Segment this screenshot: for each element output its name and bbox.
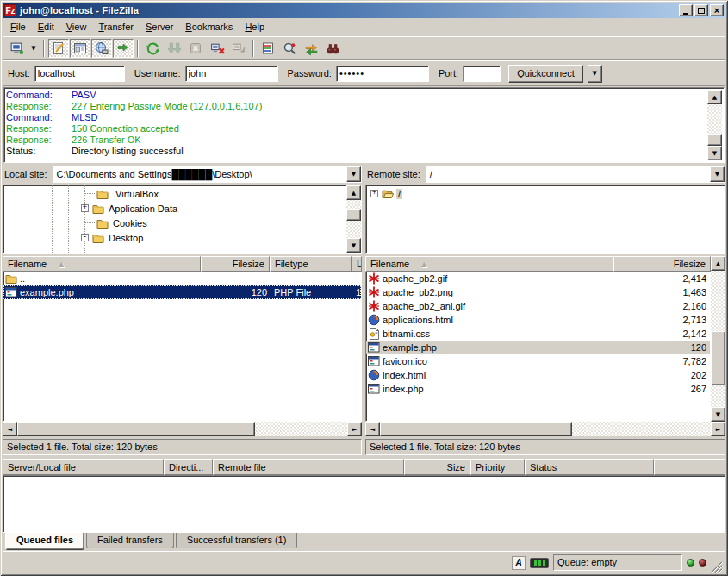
remote-site-combobox[interactable]: / ▼ (426, 166, 725, 183)
column-header-lastmodified[interactable]: L (352, 256, 362, 272)
menu-transfer[interactable]: Transfer (92, 19, 140, 34)
toggle-remote-treeview-button[interactable] (91, 39, 112, 58)
file-row-example-php[interactable]: example.php 120 (366, 341, 710, 354)
quickconnect-dropdown-button[interactable]: ▼ (588, 65, 602, 83)
file-row[interactable]: apache_pb2_ani.gif 2,160 (366, 299, 710, 313)
collapse-icon[interactable]: - (81, 234, 89, 241)
message-log[interactable]: Command:PASV Response:227 Entering Passi… (3, 87, 725, 163)
file-row[interactable]: apache_pb2.gif 2,414 (366, 272, 710, 285)
local-horizontal-scrollbar[interactable]: ◄ ► (3, 422, 362, 436)
disconnect-button[interactable] (207, 39, 227, 58)
password-input[interactable] (336, 66, 429, 82)
scroll-up-button[interactable]: ▲ (711, 256, 725, 271)
tab-failed-transfers[interactable]: Failed transfers (86, 533, 174, 548)
column-header-server-local-file[interactable]: Server/Local file (3, 459, 164, 475)
refresh-button[interactable] (142, 39, 163, 58)
local-list-body[interactable]: .. example.php 120 PHP File 1 (3, 272, 362, 422)
remote-horizontal-scrollbar[interactable]: ◄ ► (365, 422, 725, 436)
scroll-down-button[interactable]: ▼ (346, 238, 361, 253)
scrollbar-thumb[interactable] (17, 422, 255, 436)
scroll-right-button[interactable]: ► (711, 422, 725, 436)
toggle-local-treeview-button[interactable] (70, 39, 90, 58)
menu-help[interactable]: Help (239, 19, 271, 34)
column-header-size[interactable]: Size (404, 459, 470, 475)
maximize-button[interactable] (694, 4, 708, 16)
file-row[interactable]: bitnami.css 2,142 (366, 327, 710, 341)
tree-item-desktop[interactable]: - Desktop (3, 230, 346, 245)
minimize-button[interactable] (679, 4, 693, 16)
column-header-priority[interactable]: Priority (470, 459, 525, 475)
remote-list-body[interactable]: apache_pb2.gif 2,414 apache_pb2.png 1,46… (365, 272, 711, 422)
site-manager-button[interactable] (6, 39, 27, 58)
tab-successful-transfers[interactable]: Successful transfers (1) (176, 533, 298, 548)
scroll-right-button[interactable]: ► (347, 422, 362, 436)
remote-directory-tree[interactable]: + / (365, 185, 725, 254)
synchronized-browsing-button[interactable] (301, 39, 321, 58)
speed-limit-icon[interactable] (530, 558, 549, 568)
file-row[interactable]: favicon.ico 7,782 (366, 354, 710, 368)
tree-item-application-data[interactable]: + Application Data (3, 201, 346, 216)
filename-filters-button[interactable] (258, 39, 278, 58)
file-row[interactable]: apache_pb2.png 1,463 (366, 285, 710, 299)
column-header-filename[interactable]: Filename▲ (365, 256, 613, 272)
column-header-direction[interactable]: Directi... (164, 459, 213, 475)
scrollbar-thumb[interactable] (380, 422, 572, 436)
column-header-status[interactable]: Status (525, 459, 654, 475)
column-header-filesize[interactable]: Filesize (201, 256, 270, 272)
file-row[interactable]: applications.html 2,713 (366, 313, 710, 327)
queue-body[interactable] (3, 475, 725, 533)
close-button[interactable]: × (710, 4, 724, 16)
directory-comparison-button[interactable] (279, 39, 300, 58)
cancel-operation-button[interactable] (185, 39, 206, 58)
expand-icon[interactable]: + (81, 204, 89, 212)
scroll-up-button[interactable]: ▲ (707, 90, 722, 104)
reconnect-button[interactable] (228, 39, 249, 58)
scroll-up-button[interactable]: ▲ (346, 185, 361, 200)
scrollbar-thumb[interactable] (711, 331, 725, 385)
file-row-parent-dir[interactable]: .. (3, 272, 361, 285)
resize-grip[interactable] (711, 561, 723, 573)
scrollbar-thumb[interactable] (346, 209, 361, 221)
quickconnect-button[interactable]: Quickconnect (508, 65, 583, 83)
tab-queued-files[interactable]: Queued files (5, 533, 84, 550)
process-queue-button[interactable] (164, 39, 184, 58)
log-scrollbar[interactable]: ▲ ▼ (707, 90, 722, 160)
menu-server[interactable]: Server (140, 19, 179, 34)
scroll-down-button[interactable]: ▼ (707, 146, 722, 160)
scrollbar-thumb[interactable] (707, 134, 722, 146)
winapp-file-icon (5, 286, 17, 298)
local-tree-scrollbar[interactable]: ▲ ▼ (346, 185, 361, 253)
tree-item-root[interactable]: + / (366, 186, 725, 201)
titlebar[interactable]: Fz john@localhost - FileZilla × (3, 3, 725, 18)
site-manager-dropdown-button[interactable]: ▼ (28, 39, 40, 58)
transfer-type-indicator-icon[interactable]: A (512, 556, 526, 570)
scroll-left-button[interactable]: ◄ (365, 422, 380, 436)
remote-vertical-scrollbar[interactable]: ▲ ▼ (711, 256, 725, 422)
toggle-message-log-button[interactable] (48, 39, 69, 58)
menu-view[interactable]: View (60, 19, 93, 34)
find-files-button[interactable] (322, 39, 343, 58)
port-input[interactable] (463, 66, 501, 82)
menu-bookmarks[interactable]: Bookmarks (179, 19, 239, 34)
column-header-filesize[interactable]: Filesize (613, 256, 711, 272)
local-directory-tree[interactable]: .VirtualBox + Application Data Cookies - (3, 185, 362, 254)
column-header-filetype[interactable]: Filetype (270, 256, 352, 272)
file-row[interactable]: index.php 267 (366, 382, 710, 396)
username-input[interactable] (185, 66, 278, 82)
menu-edit[interactable]: Edit (32, 19, 60, 34)
toggle-transfer-queue-button[interactable] (113, 39, 134, 58)
file-row-example-php[interactable]: example.php 120 PHP File 1 (3, 285, 361, 299)
menu-file[interactable]: File (4, 19, 32, 34)
scroll-down-button[interactable]: ▼ (711, 407, 725, 422)
local-site-dropdown-button[interactable]: ▼ (346, 166, 361, 182)
tree-item-virtualbox[interactable]: .VirtualBox (3, 186, 346, 201)
host-input[interactable] (34, 66, 125, 82)
scroll-left-button[interactable]: ◄ (3, 422, 17, 436)
tree-item-cookies[interactable]: Cookies (3, 216, 346, 230)
expand-icon[interactable]: + (370, 190, 378, 197)
remote-site-dropdown-button[interactable]: ▼ (710, 166, 725, 182)
column-header-remote-file[interactable]: Remote file (213, 459, 404, 475)
local-site-combobox[interactable]: C:\Documents and Settings██████\Desktop\… (53, 166, 362, 183)
file-row[interactable]: index.html 202 (366, 368, 710, 382)
column-header-filename[interactable]: Filename▲ (3, 256, 201, 272)
